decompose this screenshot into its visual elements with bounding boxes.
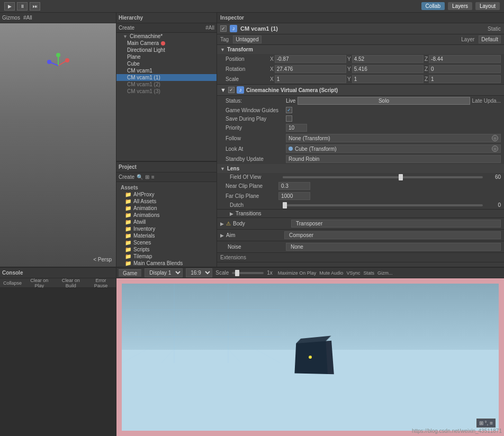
game-tab[interactable]: Game [119,269,141,277]
follow-select-button[interactable]: ○ [492,135,498,141]
static-button[interactable]: Static [488,26,501,32]
lens-header[interactable]: ▼ Lens [217,164,504,173]
clear-on-play-button[interactable]: Clear on Play [25,278,53,288]
hier-item-vcam1-3[interactable]: CM vcam1 (3) [116,88,217,95]
step-button[interactable]: ⏭ [30,2,40,11]
project-content[interactable]: Assets 📁 AHProxy 📁 All Assets 📁 Animatio… [116,182,217,267]
hier-item-plane[interactable]: Plane [116,53,217,60]
project-item-animation[interactable]: 📁 Animation [116,205,217,212]
obj-active-checkbox[interactable]: ✓ [220,25,227,32]
project-panel: Project Create 🔍 ⊞ ≡ Assets 📁 AHProxy 📁 … [116,161,217,267]
hier-item-cinemachine[interactable]: ▼ Cinemachine* [116,33,217,40]
lookat-select-button[interactable]: ○ [492,146,498,152]
rot-x-item: X [270,65,346,73]
scale-slider[interactable] [232,272,264,274]
project-item-materials[interactable]: 📁 Materials [116,232,217,239]
play-button[interactable]: ▶ [4,2,15,11]
collapse-button[interactable]: Collapse [2,280,23,286]
noise-value[interactable]: None [286,243,501,251]
far-clip-input[interactable] [278,192,310,200]
hierarchy-panel[interactable]: Create #All ▼ Cinemachine* Main Camera D… [116,23,217,161]
project-item-label: Animations [133,212,159,218]
rot-x-input[interactable] [275,65,346,73]
maximize-button[interactable]: Maximize On Play [278,270,317,276]
clear-on-build-button[interactable]: Clear on Build [56,278,86,288]
project-item-scripts[interactable]: 📁 Scripts [116,246,217,253]
project-item-tilemap[interactable]: 📁 Tilemap [116,253,217,260]
collab-button[interactable]: Collab [421,2,445,10]
scale-xyz: X Y Z [270,75,501,83]
layout-button[interactable]: Layout [475,2,500,10]
cm-enabled-checkbox[interactable]: ✓ [228,87,235,93]
vsync-button[interactable]: VSync [346,270,360,276]
error-pause-button[interactable]: Error Pause [88,278,114,288]
scale-y-item: Y [347,75,424,83]
layers-button[interactable]: Layers [448,2,472,10]
project-create-button[interactable]: Create [119,174,134,180]
aim-value[interactable]: Composer [284,231,501,239]
body-row: ▶ ⚠ Body Transposer [217,218,504,230]
near-clip-input[interactable] [278,182,310,190]
gizmos-button[interactable]: Gizm... [377,270,393,276]
pos-x-input[interactable] [275,55,346,63]
fov-thumb[interactable] [399,174,403,180]
display-select[interactable]: Display 1 [145,268,183,277]
rot-y-input[interactable] [352,65,424,73]
pos-y-input[interactable] [352,55,424,63]
cm-section-header[interactable]: ▼ ✓ J Cinemachine Virtual Camera (Script… [217,85,504,96]
rot-y-label: Y [347,66,351,72]
body-arrow-icon: ▶ [220,221,224,226]
layer-value[interactable]: Default [479,35,501,43]
game-overlay-button[interactable]: ⊞ °, ≡ [476,419,496,428]
hier-item-dir-light[interactable]: Directional Light [116,47,217,53]
project-item-allassets[interactable]: 📁 All Assets [116,198,217,205]
status-row: Status: Live Solo Late Upda... [217,96,504,106]
pos-z-input[interactable] [429,55,501,63]
transform-section-header[interactable]: ▼ Transform [217,45,504,54]
hier-create-button[interactable]: Create [119,25,134,31]
transitions-section[interactable]: ▶ Transitions [217,210,504,217]
dutch-slider[interactable] [283,204,483,206]
scene-view[interactable]: < Persp [0,23,116,267]
scale-z-input[interactable] [429,75,501,83]
scale-y-input[interactable] [352,75,424,83]
mute-button[interactable]: Mute Audio [319,270,343,276]
hier-item-main-camera[interactable]: Main Camera [116,40,217,47]
project-item-ahproxy[interactable]: 📁 AHProxy [116,191,217,198]
scene-all-label[interactable]: #All [23,15,32,21]
project-item-label: Animation [133,205,157,211]
standby-value[interactable]: Round Robin [286,155,501,163]
project-item-inventory[interactable]: 📁 Inventory [116,225,217,232]
lookat-value[interactable]: Cube (Transform) ○ [286,144,501,153]
dutch-label: Dutch [230,202,281,208]
game-guides-checkbox[interactable]: ✓ [286,107,292,113]
follow-value[interactable]: None (Transform) ○ [286,134,501,142]
stats-button[interactable]: Stats [363,270,374,276]
project-item-animations[interactable]: 📁 Animations [116,212,217,219]
svg-line-12 [161,320,201,364]
rot-z-input[interactable] [429,65,501,73]
priority-input[interactable] [286,124,307,132]
hier-item-vcam1-1[interactable]: CM vcam1 (1) [116,74,217,81]
console-title: Console [2,270,23,276]
hier-item-vcam1[interactable]: CM vcam1 [116,67,217,74]
ratio-select[interactable]: 16:9 [186,268,212,277]
project-item-main-camera-blends[interactable]: 📁 Main Camera Blends [116,260,217,267]
project-item-atwill[interactable]: 📁 Atwill [116,219,217,225]
body-value[interactable]: Transposer [291,220,501,228]
scale-x-input[interactable] [275,75,346,83]
gizmos-label[interactable]: Gizmos [2,15,20,21]
project-item-scenes[interactable]: 📁 Scenes [116,239,217,246]
fov-slider[interactable] [283,176,483,178]
scale-label: Scale [215,270,229,276]
pause-button[interactable]: ⏸ [17,2,28,11]
dutch-thumb[interactable] [283,202,287,208]
hier-item-cube[interactable]: Cube [116,60,217,67]
solo-button[interactable]: Solo [298,97,470,105]
scale-thumb[interactable] [235,270,239,276]
hier-item-vcam1-2[interactable]: CM vcam1 (2) [116,81,217,88]
save-play-checkbox[interactable] [286,115,292,122]
folder-icon: 📁 [125,192,131,197]
game-view[interactable]: ⊞ °, ≡ https://blog.csdn.net/weixin_4351… [116,278,504,436]
tag-value[interactable]: Untagged [233,35,261,43]
